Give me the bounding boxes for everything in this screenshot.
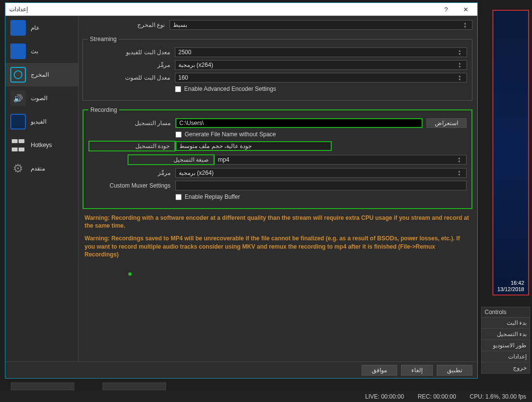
- dropdown-icon: ▲▼: [456, 74, 464, 81]
- enable-advanced-checkbox[interactable]: [175, 86, 181, 92]
- apply-button[interactable]: تطبيق: [437, 365, 472, 376]
- preview-date: 13/12/2018: [497, 286, 524, 293]
- dialog-footer: موافق إلغاء تطبيق: [5, 361, 477, 378]
- sidebar-label-output: المخرج: [31, 71, 49, 78]
- sidebar-item-general[interactable]: عام: [5, 16, 78, 40]
- audio-bitrate-select[interactable]: 160 ▲▼: [175, 73, 467, 83]
- enable-advanced-label: Enable Advanced Encoder Settings: [184, 85, 276, 92]
- muxer-label: Custom Muxer Settings: [88, 182, 175, 189]
- warning-mp4: Warning: Recordings saved to MP4 will be…: [85, 234, 470, 258]
- sidebar-item-hotkeys[interactable]: Hotkeys: [5, 133, 78, 157]
- preview-area: 16:42 13/12/2018: [492, 10, 529, 296]
- settings-content: نوع المخرج بسيط ▲▼ Streaming معدل البت ل…: [79, 16, 477, 361]
- dropdown-icon: ▲▼: [455, 156, 463, 163]
- warning-cpu: Warning: Recording with a software encod…: [85, 214, 470, 230]
- stream-encoder-label: مرمِّز: [88, 62, 175, 68]
- dialog-title: إعدادات: [9, 6, 28, 13]
- start-streaming-button[interactable]: بدء البث: [481, 317, 530, 329]
- gen-no-space-label: Generate File Name without Space: [185, 131, 276, 138]
- bottom-bar-1: [11, 382, 74, 390]
- studio-mode-button[interactable]: طور الاستوديو: [481, 339, 530, 351]
- settings-sidebar: عام بث المخرج الصوت الفيديو Hotkeys: [5, 16, 79, 361]
- status-rec: REC: 00:00:00: [418, 393, 456, 400]
- rec-quality-select[interactable]: جودة عالية، حجم ملف متوسط: [175, 141, 332, 151]
- sidebar-label-video: الفيديو: [31, 118, 46, 125]
- sidebar-item-audio[interactable]: الصوت: [5, 86, 78, 110]
- rec-path-label: مسار التسجيل: [88, 120, 175, 127]
- status-cpu: CPU: 1.6%, 30.00 fps: [470, 393, 526, 400]
- sidebar-item-stream[interactable]: بث: [5, 40, 78, 63]
- rec-encoder-select[interactable]: برمجية (x264) ▲▼: [175, 168, 467, 178]
- dropdown-icon: ▲▼: [455, 169, 463, 176]
- gen-no-space-checkbox[interactable]: [175, 131, 182, 138]
- rec-encoder-label: مرمِّز: [88, 169, 175, 176]
- hotkeys-icon: [10, 137, 26, 153]
- audio-bitrate-label: معدل البت للصوت: [88, 74, 175, 81]
- controls-panel: Controls بدء البث بدء التسجيل طور الاستو…: [481, 307, 530, 374]
- sidebar-label-advanced: متقدم: [31, 165, 45, 172]
- sidebar-label-hotkeys: Hotkeys: [31, 142, 52, 148]
- rec-format-label: صيغة التسجيل: [128, 154, 214, 165]
- dropdown-icon: ▲▼: [461, 21, 469, 28]
- browse-button[interactable]: استعراض: [426, 118, 467, 128]
- status-live: LIVE: 00:00:00: [365, 393, 404, 400]
- general-icon: [10, 20, 26, 36]
- output-mode-select[interactable]: بسيط ▲▼: [170, 20, 472, 30]
- close-button[interactable]: ✕: [456, 3, 475, 15]
- cancel-button[interactable]: إلغاء: [401, 365, 433, 376]
- output-mode-label: نوع المخرج: [83, 21, 170, 28]
- start-recording-button[interactable]: بدء التسجيل: [481, 328, 530, 340]
- streaming-legend: Streaming: [88, 36, 119, 42]
- sidebar-label-general: عام: [31, 24, 40, 31]
- recording-group: Recording مسار التسجيل C:\Users\ استعراض…: [83, 106, 472, 209]
- status-bar: LIVE: 00:00:00 REC: 00:00:00 CPU: 1.6%, …: [0, 391, 532, 402]
- stream-icon: [10, 43, 26, 59]
- replay-buffer-checkbox[interactable]: [175, 194, 182, 200]
- sidebar-label-stream: بث: [31, 48, 38, 55]
- rec-quality-label: جودة التسجيل: [88, 141, 175, 151]
- recording-legend: Recording: [88, 106, 119, 113]
- stream-encoder-select[interactable]: برمجية (x264) ▲▼: [175, 60, 467, 70]
- audio-icon: [10, 90, 26, 106]
- ok-button[interactable]: موافق: [362, 365, 397, 376]
- help-button[interactable]: ?: [436, 3, 456, 15]
- preview-clock: 16:42 13/12/2018: [497, 280, 524, 293]
- settings-dialog: إعدادات ? ✕ عام بث المخرج الصوت: [5, 2, 478, 379]
- sidebar-item-output[interactable]: المخرج: [5, 63, 78, 86]
- controls-header: Controls: [481, 307, 530, 317]
- settings-button[interactable]: إعدادات: [481, 351, 530, 362]
- bottom-bar-2: [103, 382, 166, 390]
- spinner-icon: ▲▼: [456, 49, 464, 56]
- video-bitrate-input[interactable]: 2500 ▲▼: [175, 47, 467, 57]
- sidebar-item-advanced[interactable]: ⚙ متقدم: [5, 157, 78, 180]
- sidebar-item-video[interactable]: الفيديو: [5, 110, 78, 133]
- dropdown-icon: ▲▼: [456, 62, 464, 68]
- rec-path-input[interactable]: C:\Users\: [175, 118, 423, 128]
- output-icon: [10, 67, 26, 83]
- video-bitrate-label: معدل البت للفيديو: [88, 49, 175, 56]
- video-icon: [10, 114, 26, 129]
- advanced-icon: ⚙: [10, 161, 26, 176]
- muxer-input[interactable]: [175, 181, 467, 190]
- rec-format-select[interactable]: mp4 ▲▼: [214, 155, 467, 165]
- sidebar-label-audio: الصوت: [31, 95, 47, 102]
- streaming-group: Streaming معدل البت للفيديو 2500 ▲▼ مرمِ…: [83, 36, 472, 101]
- exit-button[interactable]: خروج: [481, 362, 530, 374]
- replay-buffer-label: Enable Replay Buffer: [185, 193, 240, 200]
- green-marker: [128, 273, 131, 275]
- preview-time: 16:42: [497, 280, 524, 286]
- title-bar: إعدادات ? ✕: [5, 3, 477, 16]
